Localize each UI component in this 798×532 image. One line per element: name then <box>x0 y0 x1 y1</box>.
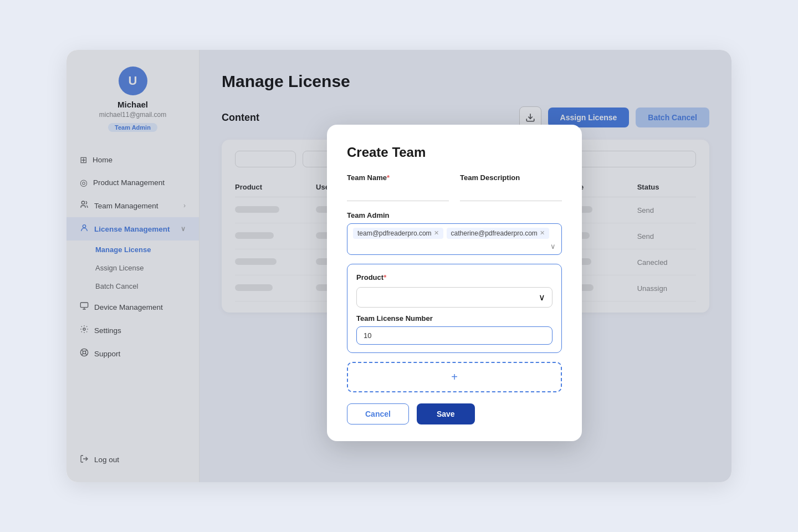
tag-label: team@pdfreaderpro.com <box>357 229 432 237</box>
team-name-input[interactable] <box>347 186 449 201</box>
team-name-label: Team Name* <box>347 173 449 182</box>
team-admin-multiselect[interactable]: team@pdfreaderpro.com ✕ catherine@pdfrea… <box>347 223 562 255</box>
plus-icon: + <box>451 371 458 383</box>
form-row-names: Team Name* Team Description <box>347 173 562 201</box>
cancel-button[interactable]: Cancel <box>347 403 409 424</box>
team-description-group: Team Description <box>460 173 562 201</box>
modal-title: Create Team <box>347 145 562 160</box>
outer-wrapper: U Michael michael11@gmail.com Team Admin… <box>66 50 732 482</box>
team-description-label: Team Description <box>460 173 562 182</box>
product-select[interactable]: ∨ <box>356 287 553 308</box>
tag-label: catherine@pdfreaderpro.com <box>451 229 538 237</box>
add-product-button[interactable]: + <box>347 362 562 392</box>
modal-overlay: Create Team Team Name* Team Description … <box>66 50 732 482</box>
tag-team-pdfreaderpro: team@pdfreaderpro.com ✕ <box>353 228 443 239</box>
license-number-label: Team License Number <box>356 314 553 323</box>
modal-footer: Cancel Save <box>347 403 562 424</box>
tag-remove-icon[interactable]: ✕ <box>540 229 545 237</box>
team-description-input[interactable] <box>460 186 562 201</box>
team-admin-group: Team Admin team@pdfreaderpro.com ✕ cathe… <box>347 211 562 255</box>
team-name-group: Team Name* <box>347 173 449 201</box>
tag-catherine-pdfreaderpro: catherine@pdfreaderpro.com ✕ <box>447 228 549 239</box>
product-section-label: Product* <box>356 273 553 282</box>
create-team-modal: Create Team Team Name* Team Description … <box>327 125 582 441</box>
product-section: Product* ∨ Team License Number <box>347 264 562 353</box>
save-button[interactable]: Save <box>417 403 475 424</box>
product-dropdown-arrow-icon: ∨ <box>539 292 545 303</box>
tag-remove-icon[interactable]: ✕ <box>434 229 439 237</box>
dropdown-arrow-icon: ∨ <box>550 242 556 250</box>
team-admin-label: Team Admin <box>347 211 562 219</box>
license-number-input[interactable] <box>356 326 553 345</box>
